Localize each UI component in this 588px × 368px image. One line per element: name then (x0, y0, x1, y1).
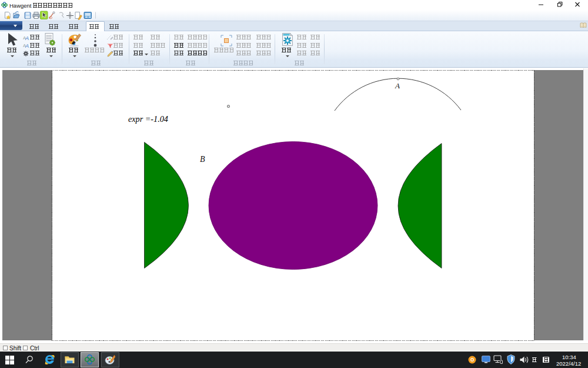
svg-text:A: A (25, 35, 29, 40)
svg-text:A: A (25, 43, 29, 48)
